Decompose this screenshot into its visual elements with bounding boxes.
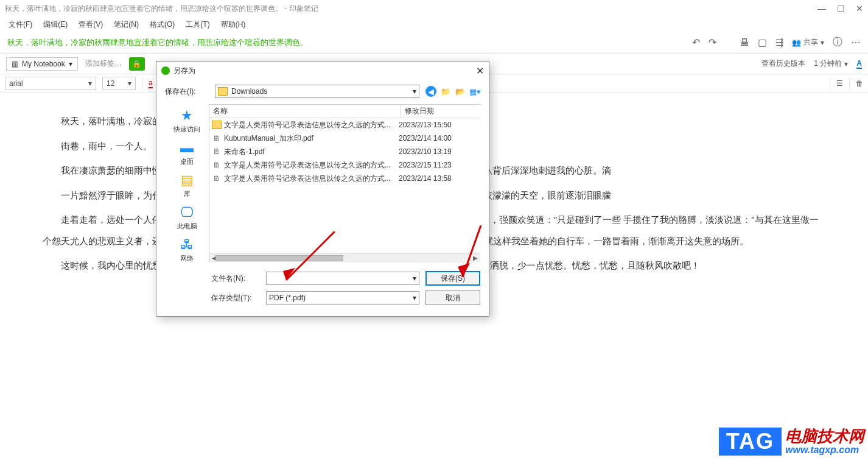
notebook-icon: ▥	[12, 60, 18, 68]
pdf-icon: 🗎	[212, 160, 222, 170]
nav-up-icon[interactable]: 📁	[440, 86, 451, 97]
filename-label: 文件名(N):	[211, 273, 260, 284]
nav-back-icon[interactable]: ◀	[425, 86, 436, 97]
file-name: 文字是人类用符号记录表达信息以传之久远的方式...	[224, 160, 399, 171]
dialog-title: 另存为	[173, 66, 195, 76]
file-date: 2023/2/15 11:23	[399, 161, 478, 169]
delete-icon[interactable]: 🗑	[856, 79, 863, 88]
file-list-area: 名称 修改日期 文字是人类用符号记录表达信息以传之久远的方式...2023/2/…	[209, 104, 480, 262]
window-title: 秋天，落叶满地，冷寂的秋雨肆意地宣泄着它的情绪，用悲凉给这个喧嚣的世界调色。 -…	[5, 4, 318, 14]
file-row[interactable]: 🗎文字是人类用符号记录表达信息以传之久远的方式...2023/2/15 11:2…	[209, 158, 480, 172]
chevron-down-icon: ▾	[88, 79, 92, 88]
text-color-icon[interactable]: a	[149, 79, 153, 88]
redo-icon[interactable]: ↷	[709, 37, 716, 48]
file-date: 2023/2/14 14:00	[399, 134, 478, 143]
watermark-tag: TAG	[719, 428, 782, 456]
present-icon[interactable]: ▢	[758, 37, 767, 48]
folder-icon	[218, 87, 228, 96]
add-tag-button[interactable]: 添加标签…	[85, 58, 122, 69]
file-date: 2023/2/13 15:50	[399, 121, 478, 129]
maximize-icon[interactable]: ☐	[837, 4, 845, 13]
file-list-header[interactable]: 名称 修改日期	[209, 105, 480, 118]
more-icon[interactable]: ⋯	[851, 37, 861, 48]
minimize-icon[interactable]: —	[817, 4, 826, 13]
file-date: 2023/2/10 13:19	[399, 147, 478, 156]
chevron-down-icon: ▾	[128, 79, 131, 88]
col-date[interactable]: 修改日期	[401, 105, 480, 118]
menu-format[interactable]: 格式(O)	[146, 18, 178, 31]
lock-icon: 🔒	[132, 60, 141, 68]
watermark-line1: 电脑技术网	[785, 428, 864, 445]
col-name[interactable]: 名称	[209, 105, 401, 118]
file-row[interactable]: 🗎未命名-1.pdf2023/2/10 13:19	[209, 145, 480, 158]
text-style-icon[interactable]: A	[856, 59, 862, 69]
filename-input[interactable]: ▾	[266, 272, 419, 285]
print-icon[interactable]: 🖶	[740, 37, 749, 48]
pc-icon: 🖵	[177, 205, 197, 220]
chevron-down-icon: ▾	[844, 60, 848, 68]
font-size-select[interactable]: 12▾	[102, 77, 136, 90]
file-row[interactable]: 文字是人类用符号记录表达信息以传之久远的方式...2023/2/13 15:50	[209, 118, 480, 132]
notebook-selector[interactable]: ▥ My Notebook ▾	[6, 57, 78, 71]
chevron-down-icon: ▾	[413, 87, 416, 96]
menu-view[interactable]: 查看(V)	[75, 18, 107, 31]
share-icon[interactable]: ⇶	[775, 37, 783, 48]
sidebar-network[interactable]: 🖧网络	[177, 237, 197, 263]
pdf-icon: 🗎	[212, 174, 222, 183]
dialog-titlebar: 另存为 ✕	[156, 62, 489, 80]
sidebar-libraries[interactable]: ▤库	[177, 172, 197, 199]
network-icon: 🖧	[177, 237, 197, 253]
view-mode-icon[interactable]: ▦▾	[469, 86, 480, 97]
save-button[interactable]: 保存(S)	[425, 271, 480, 286]
dialog-close-icon[interactable]: ✕	[476, 65, 484, 77]
file-name: KubuntuManual_加水印.pdf	[224, 133, 399, 144]
file-name: 未命名-1.pdf	[224, 147, 399, 157]
font-family-select[interactable]: arial▾	[5, 77, 96, 90]
cancel-button[interactable]: 取消	[425, 291, 480, 305]
hscrollbar[interactable]: ◀ ▶	[209, 253, 480, 262]
pdf-icon: 🗎	[212, 147, 222, 157]
menu-file[interactable]: 文件(F)	[5, 18, 36, 31]
sidebar-desktop[interactable]: ▬桌面	[177, 140, 197, 166]
info-icon[interactable]: ⓘ	[833, 36, 842, 49]
people-icon: 👥	[792, 38, 801, 47]
scroll-thumb[interactable]	[215, 255, 343, 261]
chevron-down-icon: ▾	[413, 274, 416, 283]
library-icon: ▤	[177, 172, 197, 188]
file-date: 2023/2/14 13:58	[399, 174, 478, 183]
filetype-select[interactable]: PDF (*.pdf)▾	[266, 291, 419, 305]
reminder-button[interactable]: 🔒	[129, 57, 145, 71]
folder-icon	[212, 120, 222, 130]
pdf-icon: 🗎	[212, 133, 222, 143]
share-button[interactable]: 👥 共享 ▾	[792, 37, 824, 48]
savein-select[interactable]: Downloads ▾	[215, 85, 419, 98]
desktop-icon: ▬	[177, 140, 197, 156]
star-icon: ★	[177, 108, 197, 124]
file-row[interactable]: 🗎文字是人类用符号记录表达信息以传之久远的方式...2023/2/14 13:5…	[209, 172, 480, 185]
undo-icon[interactable]: ↶	[692, 37, 700, 48]
file-name: 文字是人类用符号记录表达信息以传之久远的方式...	[224, 174, 399, 184]
window-titlebar: 秋天，落叶满地，冷寂的秋雨肆意地宣泄着它的情绪，用悲凉给这个喧嚣的世界调色。 -…	[0, 0, 868, 17]
sidebar-thispc[interactable]: 🖵此电脑	[177, 205, 197, 231]
note-title[interactable]: 秋天，落叶满地，冷寂的秋雨肆意地宣泄着它的情绪，用悲凉给这个喧嚣的世界调色。	[7, 37, 308, 48]
app-icon	[161, 66, 170, 75]
file-name: 文字是人类用符号记录表达信息以传之久远的方式...	[224, 120, 399, 130]
filetype-label: 保存类型(T):	[211, 293, 260, 303]
menu-edit[interactable]: 编辑(E)	[40, 18, 71, 31]
dialog-sidebar: ★快速访问 ▬桌面 ▤库 🖵此电脑 🖧网络	[165, 104, 209, 262]
file-row[interactable]: 🗎KubuntuManual_加水印.pdf2023/2/14 14:00	[209, 132, 480, 145]
history-link[interactable]: 查看历史版本	[761, 58, 805, 69]
file-list[interactable]: 文字是人类用符号记录表达信息以传之久远的方式...2023/2/13 15:50…	[209, 118, 480, 253]
align-icon[interactable]: ☰	[836, 79, 843, 88]
menubar: 文件(F) 编辑(E) 查看(V) 笔记(N) 格式(O) 工具(T) 帮助(H…	[0, 17, 868, 32]
chevron-down-icon: ▾	[413, 294, 416, 302]
menu-help[interactable]: 帮助(H)	[217, 18, 250, 31]
last-edit-time[interactable]: 1 分钟前 ▾	[814, 58, 848, 69]
menu-note[interactable]: 笔记(N)	[110, 18, 142, 31]
menu-tools[interactable]: 工具(T)	[182, 18, 213, 31]
chevron-down-icon: ▾	[69, 60, 72, 68]
watermark-line2: www.tagxp.com	[785, 445, 864, 456]
close-icon[interactable]: ✕	[856, 4, 863, 13]
sidebar-quickaccess[interactable]: ★快速访问	[173, 108, 200, 134]
nav-new-icon[interactable]: 📂	[455, 86, 466, 97]
